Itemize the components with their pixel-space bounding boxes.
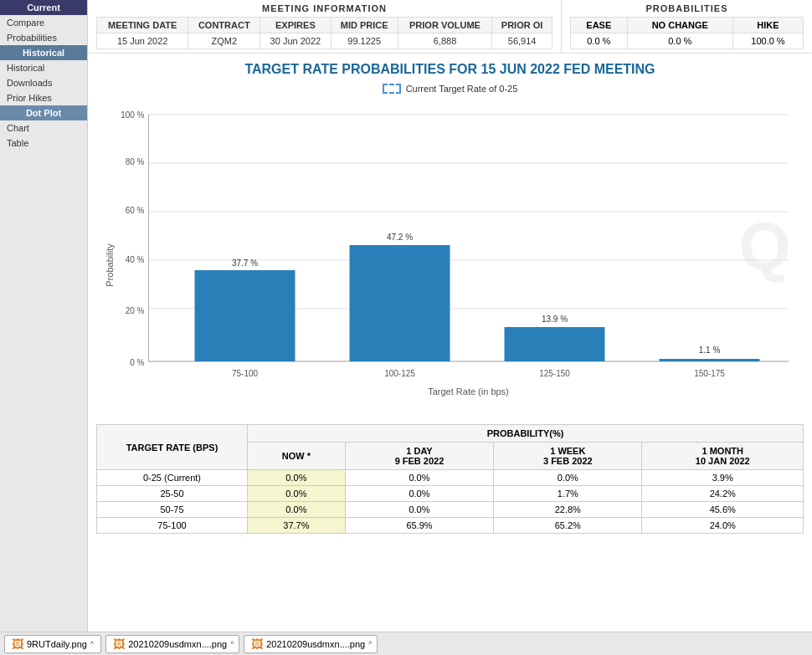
cell-mid-price: 99.1225: [331, 33, 398, 49]
prob-rate-0: 0-25 (Current): [97, 470, 248, 486]
chart-title: TARGET RATE PROBABILITIES FOR 15 JUN 202…: [96, 62, 804, 77]
bar-125-150: [505, 327, 605, 361]
prob-table-section: TARGET RATE (BPS) PROBABILITY(%) NOW * 1…: [88, 420, 812, 538]
col-1day: 1 DAY 9 FEB 2022: [345, 443, 493, 470]
svg-text:80 %: 80 %: [126, 157, 145, 166]
prob-val-1-0: 0.0%: [248, 486, 346, 502]
sidebar-item-downloads[interactable]: Downloads: [0, 75, 87, 90]
bar-100-125: [350, 245, 450, 361]
col-1week: 1 WEEK 3 FEB 2022: [494, 443, 642, 470]
prob-val-2-2: 22.8%: [494, 502, 642, 518]
sidebar-item-probabilities[interactable]: Probabilities: [0, 30, 87, 45]
cell-contract: ZQM2: [188, 33, 260, 49]
prob-row-0: 0-25 (Current)0.0%0.0%0.0%3.9%: [97, 470, 804, 486]
x-tick-100-125: 100-125: [384, 369, 415, 378]
bar-75-100: [195, 270, 296, 361]
prob-row-2: 50-750.0%0.0%22.8%45.6%: [97, 502, 804, 518]
prob-val-2-1: 0.0%: [345, 502, 493, 518]
svg-text:20 %: 20 %: [126, 306, 145, 315]
chart-container: Probability 0 % 20 % 40: [96, 102, 804, 412]
legend-icon: [383, 84, 401, 94]
cell-meeting-date: 15 Jun 2022: [97, 33, 188, 49]
sidebar: Current Compare Probabilities Historical…: [0, 0, 88, 632]
cell-hike: 100.0 %: [732, 33, 803, 49]
meeting-info-row: 15 Jun 2022 ZQM2 30 Jun 2022 99.1225 6,8…: [97, 33, 552, 49]
prob-big-table: TARGET RATE (BPS) PROBABILITY(%) NOW * 1…: [96, 424, 804, 534]
sidebar-header-current: Current: [0, 0, 87, 15]
probabilities-title: PROBABILITIES: [570, 3, 804, 13]
chart-legend: Current Target Rate of 0-25: [96, 84, 804, 94]
taskbar-label-1: 20210209usdmxn....png: [128, 639, 227, 649]
col-contract: CONTRACT: [188, 18, 260, 33]
col-prior-volume: PRIOR VOLUME: [398, 18, 491, 33]
meeting-info-title: MEETING INFORMATION: [96, 3, 552, 13]
col-meeting-date: MEETING DATE: [97, 18, 188, 33]
prob-rate-1: 25-50: [97, 486, 248, 502]
sidebar-item-prior-hikes[interactable]: Prior Hikes: [0, 90, 87, 105]
cell-prior-volume: 6,888: [398, 33, 491, 49]
taskbar-item-2[interactable]: 🖼 20210209usdmxn....png ^: [244, 635, 378, 653]
col-now: NOW *: [248, 443, 346, 470]
taskbar-item-1[interactable]: 🖼 20210209usdmxn....png ^: [105, 635, 239, 653]
prob-val-1-1: 0.0%: [345, 486, 493, 502]
file-icon-2: 🖼: [251, 637, 263, 651]
top-info-row: MEETING INFORMATION MEETING DATE CONTRAC…: [88, 0, 812, 54]
legend-label: Current Target Rate of 0-25: [406, 84, 518, 94]
cell-ease: 0.0 %: [571, 33, 628, 49]
prob-row: 0.0 % 0.0 % 100.0 %: [571, 33, 804, 49]
prob-val-3-3: 24.0%: [642, 518, 804, 534]
prob-val-2-0: 0.0%: [248, 502, 346, 518]
cell-expires: 30 Jun 2022: [260, 33, 331, 49]
prob-val-0-0: 0.0%: [248, 470, 346, 486]
sidebar-item-table[interactable]: Table: [0, 136, 87, 151]
prob-val-1-2: 1.7%: [494, 486, 642, 502]
svg-text:100 %: 100 %: [121, 110, 144, 120]
taskbar: 🖼 9RUTdaily.png ^ 🖼 20210209usdmxn....pn…: [0, 632, 812, 655]
file-icon-1: 🖼: [113, 637, 125, 651]
chart-svg: Probability 0 % 20 % 40: [96, 102, 804, 412]
prob-val-0-3: 3.9%: [642, 470, 804, 486]
y-axis-label: Probability: [105, 243, 115, 287]
prob-val-1-3: 24.2%: [642, 486, 804, 502]
bar-150-175: [660, 359, 760, 361]
bar-label-100-125: 47.2 %: [387, 233, 413, 242]
chevron-icon-2[interactable]: ^: [368, 640, 372, 648]
sidebar-item-historical[interactable]: Historical: [0, 60, 87, 75]
chevron-icon-1[interactable]: ^: [230, 640, 234, 648]
col-prior-oi: PRIOR OI: [492, 18, 552, 33]
prob-rate-3: 75-100: [97, 518, 248, 534]
x-axis-label: Target Rate (in bps): [428, 386, 509, 397]
taskbar-item-0[interactable]: 🖼 9RUTdaily.png ^: [4, 635, 101, 653]
sidebar-item-compare[interactable]: Compare: [0, 15, 87, 30]
meeting-info-table: MEETING DATE CONTRACT EXPIRES MID PRICE …: [96, 17, 552, 49]
bar-label-125-150: 13.9 %: [542, 315, 568, 324]
cell-prior-oi: 56,914: [492, 33, 552, 49]
prob-row-1: 25-500.0%0.0%1.7%24.2%: [97, 486, 804, 502]
prob-val-2-3: 45.6%: [642, 502, 804, 518]
col-no-change: NO CHANGE: [627, 18, 732, 33]
svg-text:0 %: 0 %: [130, 358, 144, 367]
bar-label-150-175: 1.1 %: [699, 345, 721, 355]
x-tick-150-175: 150-175: [694, 369, 725, 378]
sidebar-item-chart[interactable]: Chart: [0, 120, 87, 136]
bar-label-75-100: 37.7 %: [232, 258, 258, 268]
prob-row-3: 75-10037.7%65.9%65.2%24.0%: [97, 518, 804, 534]
sidebar-header-historical: Historical: [0, 45, 87, 60]
chevron-icon-0[interactable]: ^: [90, 640, 94, 648]
target-rate-header: TARGET RATE (BPS): [97, 425, 248, 470]
col-hike: HIKE: [732, 18, 803, 33]
prob-val-0-2: 0.0%: [494, 470, 642, 486]
x-tick-75-100: 75-100: [232, 369, 259, 378]
sidebar-header-dotplot: Dot Plot: [0, 105, 87, 120]
cell-no-change: 0.0 %: [627, 33, 732, 49]
col-1month: 1 MONTH 10 JAN 2022: [642, 443, 804, 470]
col-mid-price: MID PRICE: [331, 18, 398, 33]
probabilities-table: EASE NO CHANGE HIKE 0.0 % 0.0 % 100.0 %: [570, 17, 804, 49]
probabilities-section: PROBABILITIES EASE NO CHANGE HIKE 0.0 %: [561, 0, 812, 53]
prob-val-3-1: 65.9%: [345, 518, 493, 534]
x-tick-125-150: 125-150: [539, 369, 570, 378]
chart-section: TARGET RATE PROBABILITIES FOR 15 JUN 202…: [88, 54, 812, 420]
prob-val-3-2: 65.2%: [494, 518, 642, 534]
main-content: MEETING INFORMATION MEETING DATE CONTRAC…: [88, 0, 812, 632]
meeting-info-section: MEETING INFORMATION MEETING DATE CONTRAC…: [88, 0, 561, 53]
